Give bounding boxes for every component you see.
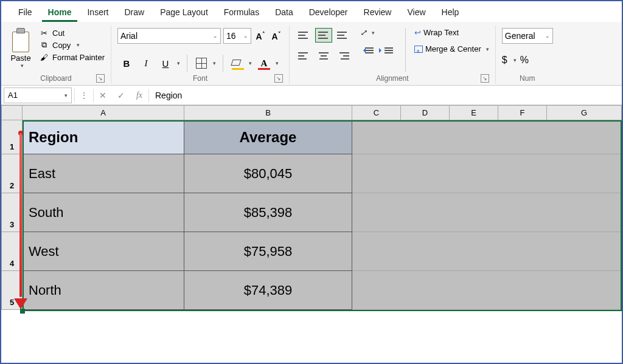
cell-B5[interactable]: $74,389 (184, 271, 352, 310)
paste-button[interactable]: Paste ▾ (7, 28, 34, 69)
ribbon: Paste ▾ ✂ Cut ⧉ Copy ▾ 🖌 Format Painter (1, 22, 622, 86)
tab-view[interactable]: View (401, 5, 431, 22)
merge-center-button[interactable]: a Merge & Center ▾ (414, 44, 489, 53)
dialog-launcher-icon[interactable]: ↘ (481, 74, 489, 83)
col-header-G[interactable]: G (547, 106, 622, 120)
tab-insert[interactable]: Insert (81, 5, 114, 22)
paint-bucket-icon (232, 58, 243, 69)
col-header-B[interactable]: B (184, 106, 352, 120)
row-header-4[interactable]: 4 (2, 232, 23, 271)
increase-indent-button[interactable] (380, 43, 397, 58)
wrap-text-button[interactable]: ↩ Wrap Text (414, 28, 489, 37)
row-header-2[interactable]: 2 (2, 154, 23, 193)
tab-developer[interactable]: Developer (303, 5, 354, 22)
cell-blank[interactable] (352, 271, 622, 310)
col-header-C[interactable]: C (352, 106, 401, 120)
select-all-corner[interactable] (2, 106, 23, 120)
copy-icon: ⧉ (39, 40, 49, 50)
grow-font-button[interactable]: A˄ (254, 31, 267, 41)
spreadsheet: A B C D E F G 1 Region Average 2 East $8… (1, 105, 622, 310)
chevron-down-icon[interactable]: ▾ (212, 55, 218, 72)
cell-A4[interactable]: West (23, 232, 184, 271)
font-size-select[interactable]: 16⌄ (223, 28, 251, 44)
enter-icon[interactable]: ✓ (112, 91, 130, 100)
col-header-D[interactable]: D (401, 106, 450, 120)
align-bottom-button[interactable] (335, 28, 352, 43)
shrink-font-button[interactable]: A˅ (270, 31, 283, 41)
cell-B4[interactable]: $75,958 (184, 232, 352, 271)
col-header-F[interactable]: F (498, 106, 547, 120)
fill-color-button[interactable] (228, 55, 246, 72)
group-label-font: Font (193, 74, 207, 83)
cell-A5[interactable]: North (23, 271, 184, 310)
brush-icon: 🖌 (39, 52, 49, 62)
align-top-button[interactable] (296, 28, 313, 43)
cancel-icon[interactable]: ✕ (94, 91, 112, 100)
merge-icon: a (414, 46, 423, 53)
chevron-down-icon[interactable]: ▾ (176, 55, 182, 72)
chevron-down-icon[interactable]: ▾ (274, 55, 280, 72)
rotate-icon: ⤢ (360, 28, 367, 37)
cell-blank[interactable] (352, 154, 622, 193)
decrease-indent-button[interactable] (360, 43, 377, 58)
bold-button[interactable]: B (117, 55, 136, 72)
chevron-down-icon[interactable]: ▾ (513, 57, 517, 63)
format-painter-button[interactable]: 🖌 Format Painter (39, 52, 105, 62)
cell-blank[interactable] (352, 193, 622, 232)
copy-button[interactable]: ⧉ Copy ▾ (39, 40, 105, 50)
cell-B3[interactable]: $85,398 (184, 193, 352, 232)
align-middle-button[interactable] (315, 28, 332, 43)
font-name-select[interactable]: Arial⌄ (117, 28, 221, 44)
tab-page-layout[interactable]: Page Layout (154, 5, 214, 22)
chevron-down-icon: ▾ (64, 92, 68, 98)
group-number: General⌄ $ ▾ % Num (496, 26, 559, 84)
row-header-5[interactable]: 5 (2, 271, 23, 310)
name-box[interactable]: A1 ▾ (4, 88, 72, 103)
cell-blank[interactable] (352, 232, 622, 271)
chevron-down-icon: ▾ (21, 63, 24, 69)
col-header-E[interactable]: E (450, 106, 498, 120)
divider (223, 55, 223, 72)
chevron-down-icon: ▾ (372, 30, 375, 36)
align-right-button[interactable] (335, 49, 352, 63)
tab-home[interactable]: Home (42, 5, 78, 22)
tab-formulas[interactable]: Formulas (218, 5, 265, 22)
divider (187, 55, 187, 72)
fill-handle-icon[interactable] (20, 309, 25, 314)
orientation-button[interactable]: ⤢ ▾ (360, 28, 397, 37)
tab-draw[interactable]: Draw (118, 5, 150, 22)
align-center-button[interactable] (315, 49, 332, 63)
fx-icon[interactable]: fx (130, 91, 148, 100)
cell-A3[interactable]: South (23, 193, 184, 232)
font-color-button[interactable]: A (255, 55, 273, 72)
underline-button[interactable]: U (156, 55, 175, 72)
group-label-alignment: Alignment (376, 74, 408, 83)
row-header-1[interactable]: 1 (2, 120, 23, 154)
group-label-clipboard: Clipboard (40, 74, 71, 83)
tab-review[interactable]: Review (358, 5, 398, 22)
formula-input[interactable] (149, 88, 622, 103)
row-header-3[interactable]: 3 (2, 193, 23, 232)
col-header-A[interactable]: A (23, 106, 184, 120)
cell-B2[interactable]: $80,045 (184, 154, 352, 193)
borders-button[interactable] (192, 55, 211, 72)
cell-A2[interactable]: East (23, 154, 184, 193)
more-button[interactable]: ⋮ (75, 91, 93, 100)
chevron-down-icon[interactable]: ▾ (248, 55, 254, 72)
percent-format-button[interactable]: % (520, 55, 529, 66)
font-color-icon: A (258, 58, 270, 69)
chevron-down-icon: ▾ (486, 46, 489, 52)
cell-B1[interactable]: Average (184, 120, 352, 154)
accounting-format-button[interactable]: $ (502, 55, 507, 66)
tab-help[interactable]: Help (436, 5, 465, 22)
tab-file[interactable]: File (12, 5, 38, 22)
dialog-launcher-icon[interactable]: ↘ (96, 74, 105, 83)
dialog-launcher-icon[interactable]: ↘ (274, 74, 283, 83)
italic-button[interactable]: I (137, 55, 155, 72)
cell-A1[interactable]: Region (23, 120, 184, 154)
align-left-button[interactable] (296, 49, 313, 63)
cut-button[interactable]: ✂ Cut (39, 28, 105, 38)
tab-data[interactable]: Data (269, 5, 299, 22)
number-format-select[interactable]: General⌄ (502, 28, 553, 44)
cell-blank[interactable] (352, 120, 622, 154)
